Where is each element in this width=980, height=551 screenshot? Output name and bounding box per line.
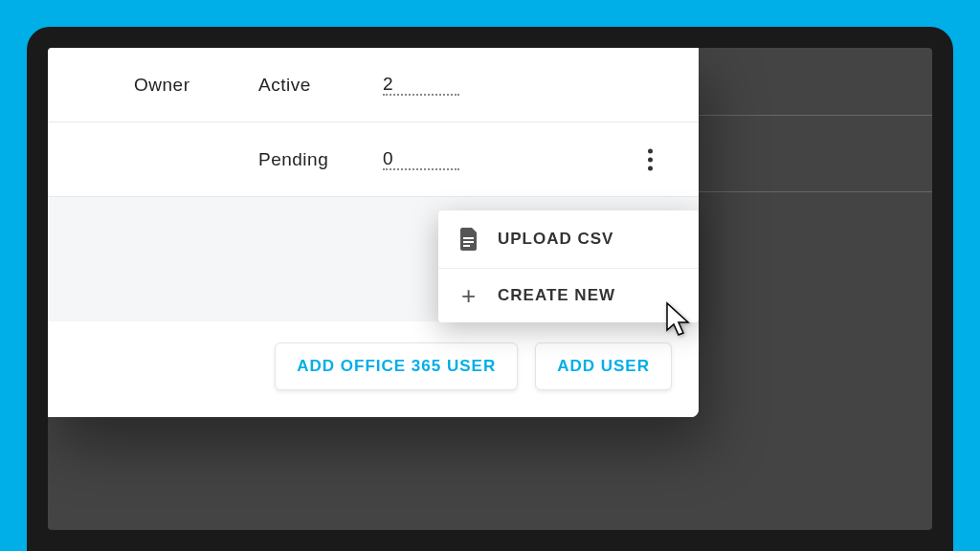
- upload-csv-menu-item[interactable]: UPLOAD CSV: [438, 210, 699, 269]
- kebab-menu-icon[interactable]: [640, 141, 660, 178]
- table-row[interactable]: Pending 0: [48, 122, 699, 197]
- plus-icon: +: [459, 286, 479, 305]
- screen-background: Owner Active 2 Pending 0 ADD OFFICE 365 …: [48, 48, 932, 530]
- add-user-button[interactable]: ADD USER: [535, 342, 672, 390]
- panel-footer: ADD OFFICE 365 USER ADD USER: [48, 321, 699, 417]
- svg-rect-1: [463, 241, 474, 243]
- table-row[interactable]: Owner Active 2: [48, 48, 699, 122]
- status-cell: Active: [220, 75, 383, 96]
- add-user-dropdown: UPLOAD CSV + CREATE NEW: [438, 210, 699, 322]
- menu-item-label: CREATE NEW: [498, 286, 615, 305]
- count-cell[interactable]: 0: [383, 149, 459, 170]
- role-cell: Owner: [67, 75, 220, 96]
- count-cell[interactable]: 2: [383, 75, 459, 96]
- document-icon: [459, 228, 479, 251]
- svg-rect-2: [463, 245, 470, 247]
- status-cell: Pending: [220, 149, 383, 170]
- device-frame: Owner Active 2 Pending 0 ADD OFFICE 365 …: [27, 27, 953, 551]
- create-new-menu-item[interactable]: + CREATE NEW: [438, 269, 699, 322]
- svg-rect-0: [463, 237, 474, 239]
- menu-item-label: UPLOAD CSV: [498, 230, 613, 249]
- add-office-365-user-button[interactable]: ADD OFFICE 365 USER: [275, 342, 518, 390]
